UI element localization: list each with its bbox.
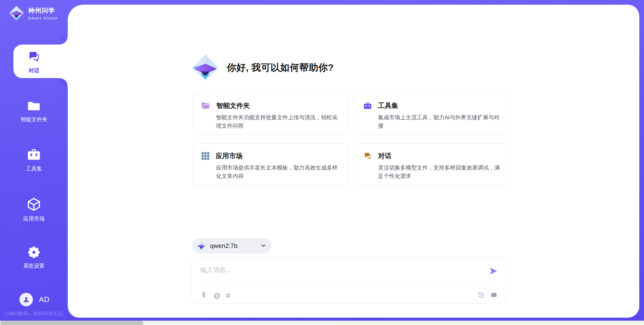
- tab-fillet-top: [60, 37, 68, 45]
- horizontal-scrollbar-thumb[interactable]: [1, 321, 143, 325]
- app-name: 神州问学: [28, 6, 58, 15]
- cube-icon: [26, 197, 41, 212]
- grid-icon: [201, 152, 210, 160]
- card-chat[interactable]: 对话 灵活切换多模型文件，支持多样回复效果调试，满足个性化需求: [354, 143, 510, 185]
- model-diamond-icon: [197, 241, 206, 251]
- copyright-text: ©神州数码 · 神州问学出品: [5, 311, 63, 317]
- user-profile[interactable]: AD: [19, 293, 50, 306]
- greeting: 你好, 我可以如何帮助你?: [191, 54, 334, 82]
- sidebar-item-label: 工具集: [0, 166, 68, 173]
- message-input[interactable]: [200, 264, 482, 276]
- assistant-diamond-icon: [191, 54, 219, 82]
- brand-diamond-icon: [9, 5, 24, 21]
- sidebar-item-label: 系统设置: [0, 263, 68, 270]
- sidebar-item-label: 对话: [0, 67, 68, 74]
- gear-icon: [27, 246, 41, 259]
- greeting-text: 你好, 我可以如何帮助你?: [227, 61, 334, 74]
- main-panel: 你好, 我可以如何帮助你? 智能文件夹 智能文件夹功能支持批量文件上传与清洗，轻…: [68, 5, 639, 318]
- card-title: 智能文件夹: [216, 101, 250, 110]
- sidebar-item-toolset[interactable]: 工具集: [0, 148, 68, 173]
- chat-bubbles-icon: [363, 152, 372, 160]
- card-title: 对话: [378, 151, 391, 160]
- card-app-market[interactable]: 应用市场 应用市场提供丰富长文本模板，助力高效生成多样化文章内容: [192, 143, 348, 185]
- sidebar-item-chat[interactable]: 对话: [0, 50, 68, 74]
- sidebar-item-label: 应用市场: [0, 215, 68, 222]
- card-description: 灵活切换多模型文件，支持多样回复效果调试，满足个性化需求: [378, 164, 501, 180]
- app-subtitle: Smart Vision: [28, 16, 58, 20]
- card-description: 集成市场上主流工具，助力AI与外界无缝扩展与对接: [378, 113, 501, 130]
- chat-bubble-icon[interactable]: [490, 292, 497, 299]
- card-title: 应用市场: [216, 151, 243, 160]
- hashtag-icon[interactable]: #: [226, 292, 230, 299]
- composer-divider: [200, 286, 498, 286]
- sidebar: 神州问学 Smart Vision 对话 智能文件夹 工具集 应: [0, 0, 68, 325]
- open-folder-icon: [201, 102, 210, 110]
- tab-fillet-bottom: [60, 78, 68, 86]
- chat-bubbles-icon: [27, 50, 41, 64]
- sidebar-item-label: 智能文件夹: [0, 116, 68, 123]
- attachment-icon[interactable]: [200, 291, 208, 299]
- user-initials: AD: [39, 295, 50, 304]
- send-icon[interactable]: [489, 266, 498, 276]
- model-name: qwen2:7b: [210, 242, 257, 250]
- chevron-down-icon: [261, 244, 266, 247]
- toolbox-icon: [27, 148, 41, 162]
- card-description: 应用市场提供丰富长文本模板，助力高效生成多样化文章内容: [216, 164, 339, 180]
- sidebar-item-app-market[interactable]: 应用市场: [0, 197, 68, 222]
- avatar: [19, 293, 33, 306]
- sidebar-item-smart-folder[interactable]: 智能文件夹: [0, 99, 68, 123]
- sidebar-item-settings[interactable]: 系统设置: [0, 246, 68, 270]
- model-selector[interactable]: qwen2:7b: [192, 238, 272, 254]
- person-icon: [22, 296, 30, 304]
- card-smart-folder[interactable]: 智能文件夹 智能文件夹功能支持批量文件上传与清洗，轻松实现文件问答: [192, 93, 348, 135]
- message-composer: @ #: [191, 258, 506, 304]
- history-icon[interactable]: [477, 291, 485, 299]
- card-toolset[interactable]: 工具集 集成市场上主流工具，助力AI与外界无缝扩展与对接: [354, 93, 510, 135]
- folder-icon: [27, 99, 41, 113]
- card-title: 工具集: [378, 101, 398, 110]
- card-description: 智能文件夹功能支持批量文件上传与清洗，轻松实现文件问答: [216, 113, 339, 130]
- app-logo: 神州问学 Smart Vision: [9, 5, 58, 21]
- horizontal-scrollbar-track[interactable]: [0, 321, 644, 325]
- mention-icon[interactable]: @: [213, 292, 220, 299]
- toolbox-icon: [363, 102, 372, 110]
